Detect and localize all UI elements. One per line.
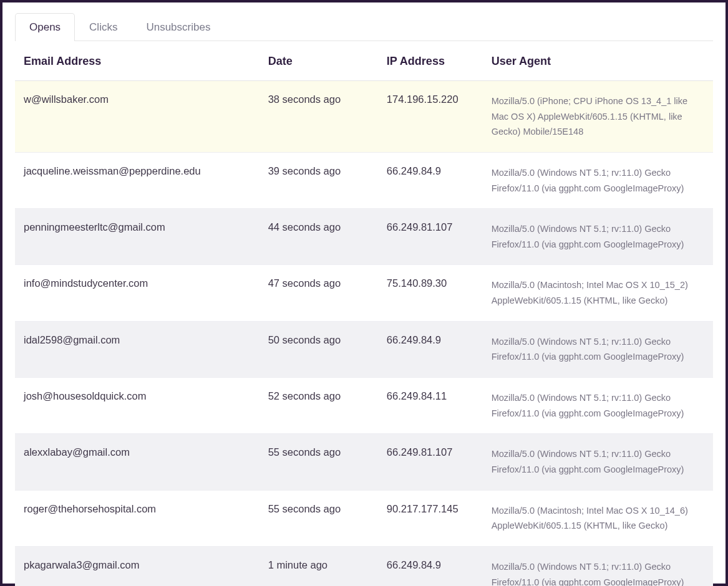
col-header-email: Email Address <box>15 41 260 81</box>
cell-email: idal2598@gmail.com <box>15 321 260 377</box>
cell-ip: 90.217.177.145 <box>378 490 483 546</box>
cell-user-agent: Mozilla/5.0 (Macintosh; Intel Mac OS X 1… <box>483 265 713 321</box>
cell-date: 52 seconds ago <box>260 378 378 434</box>
cell-ip: 66.249.84.9 <box>378 546 483 586</box>
cell-user-agent: Mozilla/5.0 (Windows NT 5.1; rv:11.0) Ge… <box>483 321 713 377</box>
cell-ip: 66.249.84.11 <box>378 378 483 434</box>
table-row: info@mindstudycenter.com47 seconds ago75… <box>15 265 713 321</box>
table-row: w@willsbaker.com38 seconds ago174.196.15… <box>15 81 713 153</box>
cell-user-agent: Mozilla/5.0 (Windows NT 5.1; rv:11.0) Ge… <box>483 546 713 586</box>
cell-user-agent: Mozilla/5.0 (Windows NT 5.1; rv:11.0) Ge… <box>483 152 713 208</box>
cell-user-agent: Mozilla/5.0 (Windows NT 5.1; rv:11.0) Ge… <box>483 209 713 265</box>
table-row: jacqueline.weissman@pepperdine.edu39 sec… <box>15 152 713 208</box>
cell-email: pkagarwala3@gmail.com <box>15 546 260 586</box>
cell-date: 38 seconds ago <box>260 81 378 153</box>
col-header-ua: User Agent <box>483 41 713 81</box>
col-header-date: Date <box>260 41 378 81</box>
cell-user-agent: Mozilla/5.0 (iPhone; CPU iPhone OS 13_4_… <box>483 81 713 153</box>
table-row: idal2598@gmail.com50 seconds ago66.249.8… <box>15 321 713 377</box>
cell-email: jacqueline.weissman@pepperdine.edu <box>15 152 260 208</box>
cell-user-agent: Mozilla/5.0 (Windows NT 5.1; rv:11.0) Ge… <box>483 378 713 434</box>
cell-date: 39 seconds ago <box>260 152 378 208</box>
cell-ip: 66.249.84.9 <box>378 152 483 208</box>
cell-user-agent: Mozilla/5.0 (Macintosh; Intel Mac OS X 1… <box>483 490 713 546</box>
cell-date: 55 seconds ago <box>260 490 378 546</box>
cell-date: 44 seconds ago <box>260 209 378 265</box>
cell-ip: 75.140.89.30 <box>378 265 483 321</box>
tab-bar: Opens Clicks Unsubscribes <box>15 12 713 41</box>
table-row: josh@housesoldquick.com52 seconds ago66.… <box>15 378 713 434</box>
cell-date: 1 minute ago <box>260 546 378 586</box>
cell-user-agent: Mozilla/5.0 (Windows NT 5.1; rv:11.0) Ge… <box>483 434 713 490</box>
cell-ip: 66.249.84.9 <box>378 321 483 377</box>
cell-email: alexxlabay@gmail.com <box>15 434 260 490</box>
tab-unsubscribes[interactable]: Unsubscribes <box>132 13 225 41</box>
cell-email: roger@thehorsehospital.com <box>15 490 260 546</box>
cell-email: info@mindstudycenter.com <box>15 265 260 321</box>
cell-email: penningmeesterltc@gmail.com <box>15 209 260 265</box>
cell-date: 47 seconds ago <box>260 265 378 321</box>
opens-table: Email Address Date IP Address User Agent… <box>15 41 713 586</box>
cell-email: w@willsbaker.com <box>15 81 260 153</box>
table-row: pkagarwala3@gmail.com1 minute ago66.249.… <box>15 546 713 586</box>
table-row: alexxlabay@gmail.com55 seconds ago66.249… <box>15 434 713 490</box>
cell-ip: 66.249.81.107 <box>378 434 483 490</box>
cell-email: josh@housesoldquick.com <box>15 378 260 434</box>
col-header-ip: IP Address <box>378 41 483 81</box>
table-header-row: Email Address Date IP Address User Agent <box>15 41 713 81</box>
cell-ip: 174.196.15.220 <box>378 81 483 153</box>
tab-opens[interactable]: Opens <box>15 13 75 41</box>
cell-date: 55 seconds ago <box>260 434 378 490</box>
main-frame: Opens Clicks Unsubscribes Email Address … <box>2 2 726 584</box>
tab-clicks[interactable]: Clicks <box>75 13 132 41</box>
table-row: roger@thehorsehospital.com55 seconds ago… <box>15 490 713 546</box>
cell-date: 50 seconds ago <box>260 321 378 377</box>
cell-ip: 66.249.81.107 <box>378 209 483 265</box>
table-row: penningmeesterltc@gmail.com44 seconds ag… <box>15 209 713 265</box>
